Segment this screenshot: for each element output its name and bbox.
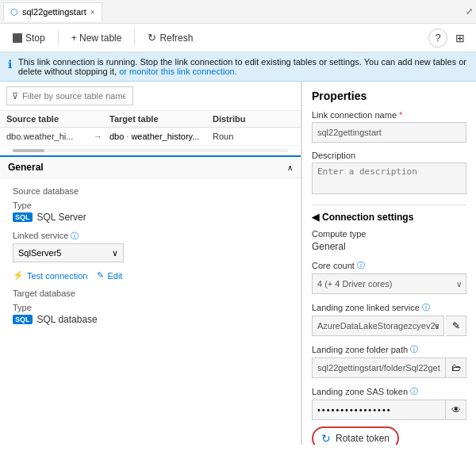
sql-badge-target: SQL	[13, 315, 33, 324]
link-conn-name-input[interactable]	[312, 122, 466, 143]
test-icon: ⚡	[13, 270, 24, 281]
cell-target: dbo · weather_history...	[109, 132, 213, 141]
filter-input[interactable]	[22, 91, 125, 101]
test-connection-link[interactable]: ⚡ Test connection	[13, 270, 87, 281]
core-count-select[interactable]: 4 (+ 4 Driver cores)	[312, 273, 466, 294]
landing-zone-token-label: Landing zone SAS token ⓘ	[312, 386, 466, 397]
general-section-content: Source database Type SQL SQL Server Link…	[0, 178, 301, 341]
linked-service-input[interactable]: SqlServer5 ∨	[13, 243, 124, 262]
core-count-label: Core count ⓘ	[312, 260, 466, 271]
type-value: SQL SQL Server	[13, 212, 288, 223]
compute-type-label: Compute type	[312, 229, 466, 239]
main-layout: ⊽ Source table Target table Distribu dbo…	[0, 82, 476, 445]
linked-service-label: Linked service ⓘ	[13, 231, 288, 242]
general-section-header[interactable]: General ∧	[0, 157, 301, 178]
tab-db-icon: ⬡	[10, 7, 18, 17]
col-header-distrib: Distribu	[213, 114, 260, 124]
source-database-group: Source database Type SQL SQL Server Link…	[13, 186, 288, 281]
new-table-button[interactable]: + New table	[65, 29, 129, 47]
target-type-value: SQL SQL database	[13, 314, 288, 325]
type-label: Type	[13, 201, 288, 210]
col-header-target: Target table	[109, 114, 213, 124]
scroll-thumb[interactable]	[13, 149, 44, 152]
toolbar-divider2	[134, 30, 135, 46]
target-database-group: Target database Type SQL SQL database	[13, 289, 288, 325]
filter-input-wrap[interactable]: ⊽	[6, 86, 133, 105]
monitor-button[interactable]: ⊞	[451, 29, 470, 48]
core-count-select-wrap: 4 (+ 4 Driver cores) ∨	[312, 273, 466, 294]
chevron-up-icon: ∧	[287, 163, 293, 172]
toolbar: Stop + New table ↻ Refresh ? ⊞	[0, 24, 476, 52]
filter-bar: ⊽	[0, 82, 301, 111]
token-input[interactable]	[312, 400, 446, 420]
core-count-group: Core count ⓘ 4 (+ 4 Driver cores) ∨	[312, 260, 466, 294]
target-type-group: Type SQL SQL database	[13, 303, 288, 325]
table-header: Source table Target table Distribu	[0, 111, 301, 128]
linked-service-group: Linked service ⓘ SqlServer5 ∨	[13, 231, 288, 262]
token-reveal-button[interactable]: 👁	[446, 400, 466, 420]
chevron-down-icon: ∨	[112, 248, 118, 258]
landing-zone-service-group: Landing zone linked service ⓘ AzureDataL…	[312, 302, 466, 336]
cell-arrow: →	[94, 132, 109, 141]
cell-distrib: Roun	[213, 132, 260, 141]
help-button[interactable]: ?	[428, 29, 447, 48]
toolbar-right: ? ⊞	[428, 29, 470, 48]
table-row[interactable]: dbo.weather_hi... → dbo · weather_histor…	[0, 128, 301, 146]
tab-title: sql22gettingstart	[22, 7, 86, 17]
expand-icon[interactable]: ⤢	[466, 6, 473, 17]
stop-icon	[13, 33, 22, 43]
general-title: General	[8, 162, 44, 173]
left-panel: ⊽ Source table Target table Distribu dbo…	[0, 82, 301, 445]
landing-zone-service-select-wrap: AzureDataLakeStoragezcyev2sa ∨	[312, 315, 444, 336]
tab-close-button[interactable]: ×	[90, 8, 95, 17]
info-banner: ℹ This link connection is running. Stop …	[0, 52, 476, 82]
compute-type-group: Compute type General	[312, 229, 466, 252]
source-type-group: Type SQL SQL Server	[13, 201, 288, 223]
description-label: Description	[312, 151, 466, 160]
scroll-area	[0, 146, 301, 155]
landing-zone-folder-label: Landing zone folder path ⓘ	[312, 344, 466, 355]
refresh-icon: ↻	[148, 32, 156, 44]
collapse-icon: ◀	[312, 212, 319, 223]
link-conn-name-label: Link connection name *	[312, 110, 466, 120]
description-group: Description	[312, 151, 466, 197]
source-db-label: Source database	[13, 186, 288, 196]
folder-browse-button[interactable]: 🗁	[446, 358, 466, 378]
properties-title: Properties	[312, 90, 466, 102]
actions-row: ⚡ Test connection ✎ Edit	[13, 270, 288, 281]
connection-settings-header: ◀ Connection settings	[312, 205, 466, 223]
stop-button[interactable]: Stop	[6, 29, 52, 47]
link-conn-name-group: Link connection name *	[312, 110, 466, 143]
cell-source: dbo.weather_hi...	[6, 132, 94, 141]
toolbar-divider	[58, 30, 59, 46]
rotate-token-button[interactable]: ↻ Rotate token	[312, 426, 399, 445]
landing-zone-service-row: AzureDataLakeStoragezcyev2sa ∨ ✎	[312, 315, 466, 336]
description-textarea[interactable]	[312, 162, 466, 194]
edit-link[interactable]: ✎ Edit	[97, 270, 122, 281]
refresh-button[interactable]: ↻ Refresh	[141, 29, 199, 47]
landing-zone-service-label: Landing zone linked service ⓘ	[312, 302, 466, 313]
info-text: This link connection is running. Stop th…	[18, 57, 468, 76]
token-input-row: 👁	[312, 400, 466, 420]
edit-landing-zone-service-button[interactable]: ✎	[446, 315, 466, 336]
right-panel: Properties Link connection name * Descri…	[301, 82, 476, 445]
landing-zone-service-select[interactable]: AzureDataLakeStoragezcyev2sa	[312, 315, 444, 336]
tab-sql22gettingstart[interactable]: ⬡ sql22gettingstart ×	[3, 2, 102, 21]
target-db-label: Target database	[13, 289, 288, 298]
landing-zone-folder-input[interactable]	[312, 358, 446, 378]
compute-type-value: General	[312, 241, 466, 252]
col-header-arrow	[94, 114, 109, 124]
info-icon: ℹ	[8, 58, 12, 71]
scroll-indicator	[13, 149, 288, 152]
info-link[interactable]: or monitor this link connection.	[119, 67, 237, 76]
landing-zone-folder-group: Landing zone folder path ⓘ 🗁	[312, 344, 466, 378]
filter-icon: ⊽	[12, 91, 18, 101]
edit-icon: ✎	[97, 270, 104, 281]
rotate-icon: ↻	[321, 432, 331, 445]
general-section: General ∧ Source database Type SQL SQL S…	[0, 155, 301, 341]
tab-bar: ⬡ sql22gettingstart × ⤢	[0, 0, 476, 24]
col-header-source: Source table	[6, 114, 94, 124]
sql-badge: SQL	[13, 212, 33, 222]
target-type-label: Type	[13, 303, 288, 312]
landing-zone-folder-input-wrap: 🗁	[312, 358, 466, 378]
